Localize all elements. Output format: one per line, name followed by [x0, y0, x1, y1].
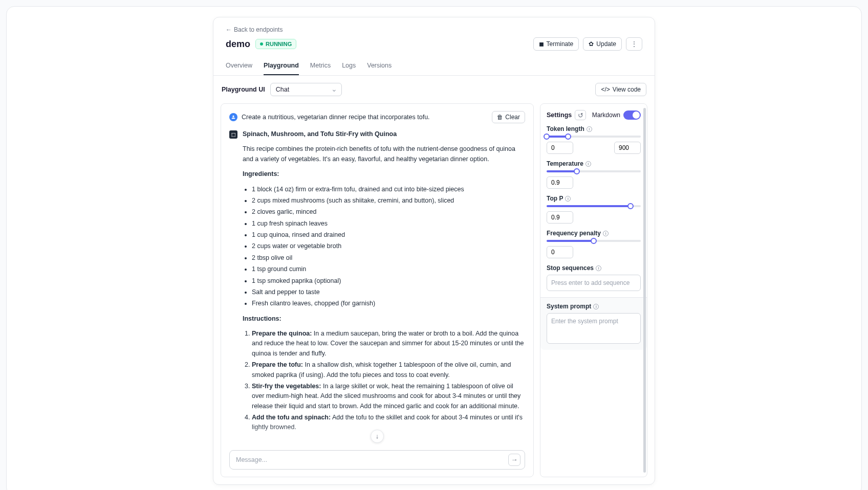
back-label: Back to endpoints: [234, 26, 283, 33]
update-button[interactable]: ✿ Update: [583, 37, 622, 51]
list-item: 2 cloves garlic, minced: [252, 207, 525, 217]
system-prompt-input[interactable]: Enter the system prompt: [547, 313, 641, 344]
user-left: Create a nutritious, vegetarian dinner r…: [229, 113, 430, 121]
gear-icon: ✿: [589, 40, 594, 48]
terminate-label: Terminate: [547, 40, 574, 48]
setting-frequency-penalty: Frequency penaltyi: [547, 230, 641, 258]
info-icon[interactable]: i: [585, 161, 591, 167]
ingredients-label: Ingredients:: [243, 170, 279, 177]
list-item: Add the tofu and spinach: Add the tofu t…: [252, 413, 525, 433]
tab-metrics[interactable]: Metrics: [310, 58, 331, 75]
setting-system-prompt: System prompti Enter the system prompt: [540, 297, 647, 350]
tab-logs[interactable]: Logs: [342, 58, 356, 75]
info-icon[interactable]: i: [587, 126, 592, 132]
view-code-button[interactable]: </> View code: [595, 83, 646, 96]
info-icon[interactable]: i: [565, 196, 571, 202]
recipe-title: Spinach, Mushroom, and Tofu Stir-Fry wit…: [243, 129, 525, 139]
reset-button[interactable]: ↺: [575, 110, 586, 120]
code-icon: </>: [601, 86, 610, 93]
status-badge: RUNNING: [255, 39, 296, 49]
system-prompt-label: System prompt: [547, 303, 591, 310]
list-item: 1 block (14 oz) firm or extra-firm tofu,…: [252, 185, 525, 194]
main-columns: Create a nutritious, vegetarian dinner r…: [213, 103, 655, 484]
toolbar: Playground UI Chat </> View code: [213, 76, 655, 103]
title-left: demo RUNNING: [226, 39, 296, 50]
list-item: 1 tsp ground cumin: [252, 264, 525, 274]
list-item: Fresh cilantro leaves, chopped (for garn…: [252, 299, 525, 308]
page-title: demo: [226, 39, 250, 50]
list-item: 2 cups mixed mushrooms (such as shiitake…: [252, 196, 525, 206]
list-item: 1 tsp smoked paprika (optional): [252, 276, 525, 286]
user-message: Create a nutritious, vegetarian dinner r…: [242, 114, 430, 121]
temperature-input[interactable]: [547, 176, 573, 189]
top-p-label: Top P: [547, 195, 563, 202]
tab-overview[interactable]: Overview: [226, 58, 252, 75]
tabs: Overview Playground Metrics Logs Version…: [213, 58, 655, 76]
info-icon[interactable]: i: [593, 304, 599, 309]
list-item: Prepare the quinoa: In a medium saucepan…: [252, 329, 525, 359]
undo-icon: ↺: [578, 112, 583, 119]
tab-playground[interactable]: Playground: [264, 58, 299, 75]
view-code-label: View code: [613, 86, 641, 93]
temperature-slider[interactable]: [547, 170, 641, 172]
trash-icon: 🗑: [497, 114, 503, 121]
setting-stop-sequences: Stop sequencesi Press enter to add seque…: [547, 264, 641, 291]
info-icon[interactable]: i: [603, 231, 609, 236]
stop-seq-input[interactable]: Press enter to add sequence: [547, 275, 641, 291]
stop-icon: ◼: [539, 40, 544, 48]
temperature-label: Temperature: [547, 160, 583, 167]
scroll-down-button[interactable]: ↓: [371, 430, 384, 443]
toolbar-left: Playground UI Chat: [222, 83, 342, 96]
send-button[interactable]: →: [508, 454, 520, 466]
update-label: Update: [596, 40, 616, 48]
token-length-slider[interactable]: [547, 136, 641, 138]
arrow-down-icon: ↓: [376, 432, 379, 440]
top-p-input[interactable]: [547, 211, 573, 224]
terminate-button[interactable]: ◼ Terminate: [533, 37, 579, 51]
message-input[interactable]: [236, 456, 508, 463]
tab-versions[interactable]: Versions: [367, 58, 392, 75]
list-item: Prepare the tofu: In a shallow dish, whi…: [252, 360, 525, 380]
chat-body: Create a nutritious, vegetarian dinner r…: [221, 104, 533, 445]
chat-panel: Create a nutritious, vegetarian dinner r…: [221, 103, 534, 477]
clear-button[interactable]: 🗑 Clear: [492, 111, 525, 123]
scrollbar[interactable]: [643, 108, 646, 473]
stop-seq-label: Stop sequences: [547, 264, 594, 272]
dropdown-value: Chat: [276, 86, 289, 93]
app-frame: ← Back to endpoints demo RUNNING ◼ Termi…: [6, 6, 862, 490]
setting-token-length: Token lengthi: [547, 125, 641, 154]
markdown-toggle[interactable]: [623, 110, 641, 120]
list-item: 2 cups water or vegetable broth: [252, 241, 525, 251]
playground-ui-select[interactable]: Chat: [270, 83, 342, 96]
instructions-list: Prepare the quinoa: In a medium saucepan…: [252, 329, 525, 433]
assistant-logo-icon: ⬚: [229, 130, 237, 139]
more-button[interactable]: ⋮: [626, 37, 642, 51]
title-row: demo RUNNING ◼ Terminate ✿ Update ⋮: [226, 37, 642, 51]
markdown-label: Markdown: [592, 112, 620, 119]
freq-penalty-label: Frequency penalty: [547, 230, 601, 237]
ingredients-list: 1 block (14 oz) firm or extra-firm tofu,…: [252, 185, 525, 309]
list-item: Salt and pepper to taste: [252, 287, 525, 297]
recipe-intro: This recipe combines the protein-rich be…: [243, 144, 525, 164]
list-item: 2 tbsp olive oil: [252, 253, 525, 263]
dots-icon: ⋮: [631, 40, 638, 48]
token-min-input[interactable]: [547, 142, 573, 154]
app-card: ← Back to endpoints demo RUNNING ◼ Termi…: [213, 17, 655, 485]
list-item: 1 cup quinoa, rinsed and drained: [252, 230, 525, 240]
arrow-left-icon: ←: [226, 26, 232, 33]
user-avatar-icon: [229, 113, 237, 121]
top-p-slider[interactable]: [547, 205, 641, 207]
settings-panel: Settings ↺ Markdown Token lengthi: [540, 103, 647, 477]
playground-ui-label: Playground UI: [222, 86, 265, 93]
input-row: →: [221, 445, 533, 477]
info-icon[interactable]: i: [596, 265, 601, 271]
setting-top-p: Top Pi: [547, 195, 641, 224]
token-max-input[interactable]: [614, 142, 641, 154]
back-link[interactable]: ← Back to endpoints: [226, 26, 283, 33]
settings-header-row: Settings ↺ Markdown: [547, 110, 641, 120]
header: ← Back to endpoints demo RUNNING ◼ Termi…: [213, 17, 655, 51]
freq-penalty-input[interactable]: [547, 246, 573, 258]
token-length-label: Token length: [547, 125, 584, 132]
setting-temperature: Temperaturei: [547, 160, 641, 189]
freq-penalty-slider[interactable]: [547, 240, 641, 242]
